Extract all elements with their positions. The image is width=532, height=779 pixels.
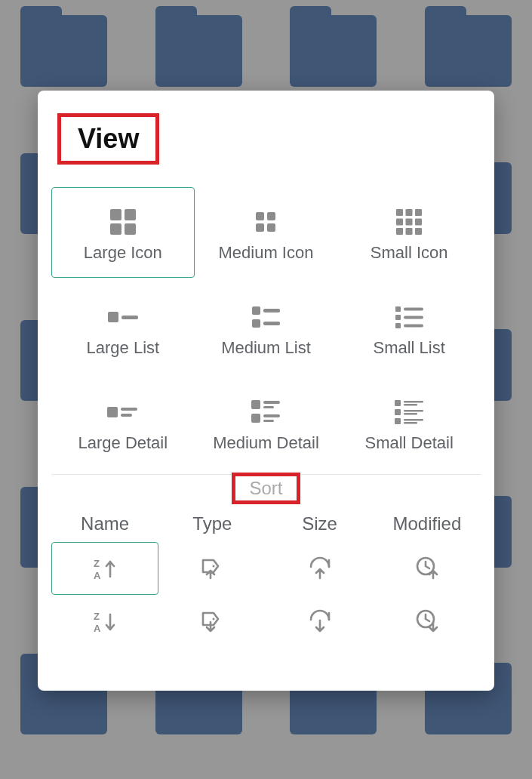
view-option-large-detail[interactable]: Large Detail [51,377,195,468]
svg-rect-28 [404,325,423,328]
svg-rect-45 [404,419,423,421]
svg-rect-44 [395,418,401,424]
sort-type-asc[interactable] [158,542,266,595]
svg-text:A: A [94,623,101,634]
sort-modified-asc[interactable] [374,542,481,595]
svg-rect-5 [267,212,275,220]
detail-row-large-icon [106,393,140,432]
view-option-small-detail[interactable]: Small Detail [337,377,481,468]
svg-rect-26 [404,316,423,319]
svg-rect-34 [263,406,274,408]
view-option-label: Large Icon [84,243,162,263]
view-option-label: Medium List [221,338,311,358]
view-option-label: Small Icon [371,243,448,263]
sort-col-modified: Modified [374,513,481,534]
alpha-asc-icon: Z A [91,556,119,581]
svg-rect-38 [395,400,401,406]
svg-rect-46 [404,422,417,424]
svg-point-49 [213,565,215,568]
dialog-title: View [57,113,159,165]
sort-col-name: Name [51,513,158,534]
svg-text:Z: Z [94,611,100,622]
sort-options-grid: Z A [51,542,481,648]
view-options-grid: Large Icon Medium Icon Small Icon [51,187,481,468]
view-option-medium-list[interactable]: Medium List [195,282,338,373]
svg-rect-42 [404,410,423,412]
sort-title: Sort [232,473,300,504]
svg-rect-36 [263,414,280,417]
svg-rect-30 [121,408,137,411]
view-option-large-icon[interactable]: Large Icon [51,187,195,278]
detail-rows-2-icon [248,393,283,432]
svg-rect-22 [263,322,280,325]
svg-rect-37 [263,420,274,422]
svg-rect-0 [110,209,121,220]
time-asc-icon [414,556,441,581]
svg-rect-33 [263,401,280,404]
svg-text:Z: Z [94,558,100,569]
view-option-label: Small List [373,338,444,358]
alpha-desc-icon: Z A [91,608,119,634]
svg-rect-3 [125,223,136,235]
sort-section-header: Sort [51,474,481,501]
tag-desc-icon [198,608,226,634]
sort-column-labels: Name Type Size Modified [51,513,481,534]
view-option-small-icon[interactable]: Small Icon [337,187,481,278]
svg-rect-9 [406,209,413,216]
svg-rect-25 [395,315,401,320]
view-option-label: Medium Detail [213,433,319,453]
svg-rect-41 [395,409,401,415]
sort-size-asc[interactable] [266,542,374,595]
svg-point-53 [213,618,215,620]
view-option-label: Medium Icon [219,243,314,263]
size-asc-icon [306,556,334,581]
sort-name-asc[interactable]: Z A [51,542,158,595]
svg-rect-1 [125,209,136,220]
svg-rect-18 [121,316,138,319]
svg-rect-29 [107,407,118,417]
time-desc-icon [414,608,441,634]
detail-rows-3-icon [392,393,426,432]
svg-rect-40 [404,404,417,406]
sort-col-type: Type [158,513,266,534]
svg-rect-27 [395,323,401,328]
tag-asc-icon [198,556,226,581]
grid-4-small-icon [250,202,281,242]
svg-rect-4 [256,212,264,220]
svg-rect-35 [251,414,260,423]
svg-rect-21 [252,319,260,328]
list-rows-3-icon [392,297,426,337]
svg-rect-10 [415,209,422,216]
sort-col-size: Size [266,513,374,534]
sort-name-desc[interactable]: Z A [51,595,158,648]
view-sort-dialog: View Large Icon Medium Icon [38,91,494,691]
svg-rect-11 [396,219,403,226]
size-desc-icon [306,608,334,634]
svg-rect-14 [396,228,403,235]
sort-size-desc[interactable] [266,595,374,648]
sort-modified-desc[interactable] [374,595,481,648]
svg-rect-43 [404,413,417,415]
svg-rect-17 [108,312,118,322]
svg-text:A: A [94,570,101,581]
view-option-medium-detail[interactable]: Medium Detail [195,377,338,468]
svg-rect-13 [415,219,422,226]
list-rows-2-icon [249,297,282,337]
svg-rect-39 [404,401,423,403]
view-option-label: Large List [87,338,160,358]
svg-rect-24 [404,308,423,311]
sort-type-desc[interactable] [158,595,266,648]
svg-rect-12 [406,219,413,226]
view-option-large-list[interactable]: Large List [51,282,195,373]
svg-rect-20 [263,309,280,313]
svg-rect-7 [267,223,275,232]
list-row-large-icon [106,297,140,337]
svg-rect-23 [395,306,401,312]
svg-rect-32 [251,400,260,409]
svg-rect-16 [415,228,422,235]
svg-rect-15 [406,228,413,235]
view-option-label: Small Detail [364,433,453,453]
view-option-medium-icon[interactable]: Medium Icon [195,187,338,278]
view-option-small-list[interactable]: Small List [337,282,481,373]
grid-9-icon [393,202,425,242]
